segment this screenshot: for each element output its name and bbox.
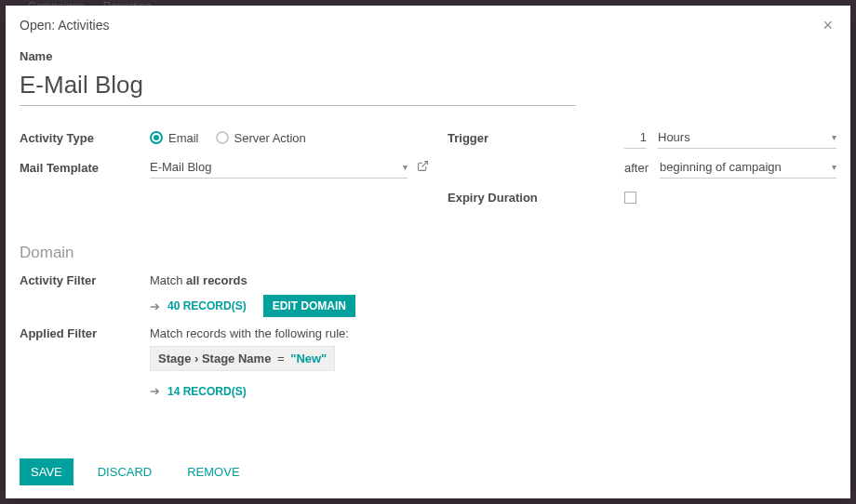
radio-checked-icon [150,131,163,144]
radio-email[interactable]: Email [150,131,199,145]
radio-email-label: Email [168,131,199,145]
name-label: Name [20,49,836,63]
applied-filter-rule: Stage › Stage Name = "New" [150,346,335,371]
activity-filter-record-link[interactable]: 40 RECORD(S) [167,299,247,312]
activity-type-label: Activity Type [20,131,150,145]
domain-section-title: Domain [20,244,836,262]
discard-button[interactable]: DISCARD [87,458,164,485]
arrow-right-icon: ➔ [150,299,160,313]
applied-filter-label: Applied Filter [20,326,150,340]
chevron-down-icon: ▾ [832,132,836,142]
edit-domain-button[interactable]: EDIT DOMAIN [263,295,355,317]
svg-line-0 [421,162,427,167]
modal-title: Open: Activities [20,18,110,33]
mail-template-value: E-Mail Blog [150,160,211,174]
save-button[interactable]: SAVE [20,458,74,485]
close-icon[interactable]: × [819,17,836,33]
trigger-unit-select[interactable]: Hours ▾ [658,126,836,149]
mail-template-label: Mail Template [20,161,150,175]
radio-server-action[interactable]: Server Action [216,131,306,145]
trigger-unit-value: Hours [658,130,690,144]
expiry-checkbox[interactable] [624,192,636,204]
trigger-after-value: beginning of campaign [660,160,782,174]
chevron-down-icon: ▾ [403,162,408,172]
external-link-icon[interactable] [417,160,429,175]
mail-template-select[interactable]: E-Mail Blog ▾ [150,156,408,179]
radio-server-action-label: Server Action [234,131,306,145]
expiry-label: Expiry Duration [448,191,624,205]
activity-filter-match-text: Match all records [150,273,247,287]
radio-unchecked-icon [216,131,229,144]
chevron-down-icon: ▾ [832,162,836,172]
trigger-after-select[interactable]: beginning of campaign ▾ [660,156,836,179]
activity-filter-label: Activity Filter [20,273,150,287]
trigger-after-text: after [624,161,649,175]
applied-filter-description: Match records with the following rule: [150,326,349,340]
trigger-interval-input[interactable] [624,126,647,149]
arrow-right-icon: ➔ [150,384,160,398]
name-input[interactable] [20,67,576,106]
trigger-label: Trigger [448,131,624,145]
remove-button[interactable]: REMOVE [176,458,250,485]
applied-filter-record-link[interactable]: 14 RECORD(S) [167,385,247,398]
activities-modal: Open: Activities × Name Activity Type Em… [6,6,850,498]
